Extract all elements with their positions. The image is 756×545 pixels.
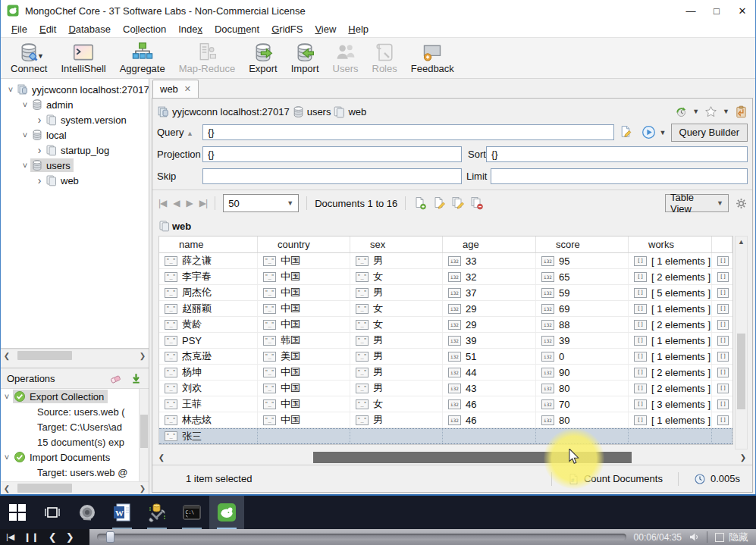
feedback-button[interactable]: Feedback (404, 39, 461, 77)
pause-icon[interactable]: ❙❙ (24, 533, 39, 541)
cell-score[interactable]: i3288 (536, 317, 629, 332)
cell-age[interactable]: i3246 (443, 412, 536, 428)
tree-item-users[interactable]: ˅users (1, 158, 149, 173)
cell-country[interactable]: "_"中国 (258, 285, 350, 300)
operation-detail[interactable]: 15 document(s) exp (1, 434, 149, 449)
cell-country[interactable]: "_"中国 (258, 396, 350, 412)
cell-sex[interactable]: "_"男 (350, 333, 443, 348)
cell-works[interactable]: [][ 1 elements ] (629, 349, 712, 364)
taskbar-db-tools-app[interactable] (140, 496, 174, 529)
cell-age[interactable]: i3229 (443, 317, 536, 332)
operations-horizontal-scrollbar[interactable]: ❮ ❯ (1, 481, 149, 494)
query-input[interactable] (202, 124, 614, 140)
table-row[interactable]: "_"林志炫"_"中国"_"男i3246i3280[][ 1 elements … (159, 412, 732, 428)
table-row[interactable]: "_"周杰伦"_"中国"_"男i3237i3259[][ 5 elements … (159, 285, 732, 301)
operation-detail[interactable]: Source: users.web ( (1, 404, 149, 419)
scrollbar-thumb[interactable] (17, 484, 72, 493)
cell-country[interactable]: "_"中国 (258, 412, 350, 428)
chevron-down-icon[interactable]: ˅ (20, 130, 30, 139)
chevron-down-icon[interactable]: ˅ (5, 85, 16, 94)
cell-country[interactable]: "_"中国 (258, 381, 350, 396)
scroll-right-icon[interactable]: ❯ (136, 482, 149, 494)
edit-query-icon[interactable] (619, 125, 633, 139)
download-operations-icon[interactable] (130, 372, 143, 385)
breadcrumb-collection[interactable]: web (348, 106, 366, 117)
paste-query-icon[interactable] (735, 105, 748, 118)
cell-name[interactable]: "_"张三 (159, 429, 258, 443)
scrollbar-thumb[interactable] (140, 415, 148, 448)
cell-score[interactable]: i3280 (536, 412, 629, 428)
column-header-clipped[interactable] (712, 236, 732, 252)
cell-sex[interactable]: "_"男 (350, 381, 443, 396)
cell-score[interactable]: i3290 (536, 365, 629, 380)
cell-country[interactable]: "_"韩国 (258, 333, 350, 348)
connect-button[interactable]: Connect▼ (4, 39, 54, 77)
previous-page-icon[interactable]: ◀ (173, 198, 179, 208)
cell-clipped[interactable]: [][ (712, 301, 732, 316)
cell-works[interactable]: [][ 1 elements ] (629, 301, 712, 316)
tab-close-icon[interactable]: ✕ (184, 84, 191, 94)
operation-import-documents[interactable]: ˅Import Documents (1, 449, 149, 465)
cell-works[interactable]: [][ 1 elements ] (629, 412, 712, 428)
connect-dropdown-icon[interactable]: ▼ (37, 52, 44, 60)
column-header-country[interactable]: country (258, 236, 350, 252)
cell-age[interactable]: i3237 (443, 285, 536, 300)
tree-item-local[interactable]: ˅local (1, 127, 149, 143)
cell-works[interactable]: [][ 3 elements ] (629, 396, 712, 412)
clear-operations-icon[interactable] (109, 372, 122, 385)
minimize-button[interactable]: — (678, 1, 704, 20)
tree-item-web[interactable]: ›web (1, 173, 149, 188)
taskbar-task-view-button[interactable] (35, 496, 70, 529)
sort-input[interactable] (486, 146, 748, 162)
query-history-icon[interactable] (674, 105, 687, 118)
cell-country[interactable]: "_"中国 (258, 269, 350, 284)
cell-clipped[interactable]: [][ (712, 381, 732, 396)
projection-input[interactable] (202, 146, 462, 162)
column-header-name[interactable]: name (159, 236, 258, 252)
chevron-down-icon[interactable]: ˅ (20, 161, 30, 170)
cell-score[interactable]: i3295 (536, 253, 629, 268)
limit-input[interactable] (491, 168, 748, 184)
edit-document-icon[interactable] (432, 196, 446, 210)
cell-works[interactable]: [][ 1 elements ] (629, 333, 712, 348)
cell-score[interactable]: i3259 (536, 285, 629, 300)
cell-works[interactable]: [][ 1 elements ] (629, 253, 712, 268)
next-page-icon[interactable]: ▶ (187, 198, 193, 208)
cell-clipped[interactable]: [][ (712, 269, 732, 284)
cell-name[interactable]: "_"王菲 (159, 396, 258, 412)
cell-name[interactable]: "_"薛之谦 (159, 253, 258, 268)
cell-sex[interactable] (350, 429, 443, 443)
page-size-select[interactable]: 50▼ (223, 194, 299, 212)
cell-score[interactable]: i3265 (536, 269, 629, 284)
last-page-icon[interactable]: ▶| (199, 198, 207, 208)
cell-sex[interactable]: "_"男 (350, 349, 443, 364)
column-header-age[interactable]: age (443, 236, 536, 252)
collapse-query-icon[interactable]: ▲ (187, 130, 193, 137)
cell-score[interactable]: i3280 (536, 381, 629, 396)
table-row[interactable]: "_"刘欢"_"中国"_"男i3243i3280[][ 2 elements ]… (159, 381, 732, 396)
column-header-score[interactable]: score (536, 236, 629, 252)
cell-name[interactable]: "_"黄龄 (159, 317, 258, 332)
scroll-right-icon[interactable]: ❯ (136, 349, 149, 362)
menu-database[interactable]: Database (62, 22, 117, 36)
volume-icon[interactable] (689, 532, 701, 542)
cell-score[interactable]: i3270 (536, 396, 629, 412)
chevron-down-icon[interactable]: ˅ (1, 392, 13, 401)
cell-score[interactable]: i3239 (536, 333, 629, 348)
scroll-left-icon[interactable]: ❮ (1, 349, 13, 362)
scroll-left-icon[interactable]: ❮ (155, 451, 168, 464)
cell-works[interactable]: [][ 2 elements ] (629, 317, 712, 332)
menu-document[interactable]: Document (209, 22, 265, 36)
cell-sex[interactable]: "_"男 (350, 412, 443, 428)
scroll-right-icon[interactable]: ❯ (737, 451, 749, 464)
table-row[interactable]: "_"PSY"_"韩国"_"男i3239i3239[][ 1 elements … (159, 333, 732, 349)
cell-works[interactable]: [][ 2 elements ] (629, 381, 712, 396)
taskbar-word-app[interactable]: W (105, 496, 140, 529)
operation-detail[interactable]: Target: users.web @ (1, 465, 149, 480)
hide-checkbox[interactable] (715, 533, 724, 542)
cell-sex[interactable]: "_"男 (350, 365, 443, 380)
cell-name[interactable]: "_"赵丽颖 (159, 301, 258, 316)
first-page-icon[interactable]: |◀ (158, 198, 166, 208)
close-button[interactable]: ✕ (729, 1, 755, 20)
cell-age[interactable]: i3232 (443, 269, 536, 284)
